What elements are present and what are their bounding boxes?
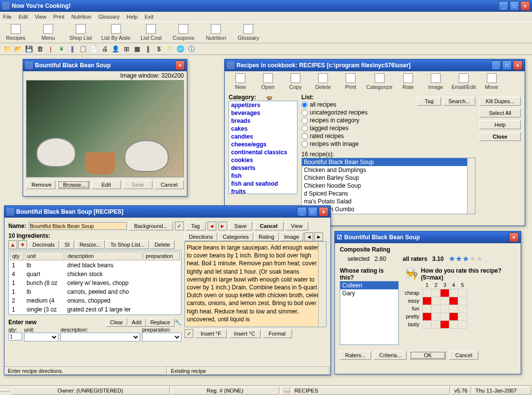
add-button[interactable]: Add bbox=[127, 318, 146, 327]
raters-list[interactable]: ColleenGary bbox=[340, 281, 399, 345]
clear-button[interactable]: Clear bbox=[106, 318, 127, 327]
filter-rated-recipes[interactable]: rated recipes bbox=[301, 132, 417, 140]
raters-button[interactable]: Raters... bbox=[340, 351, 371, 360]
replace-button[interactable]: Replace bbox=[146, 318, 175, 327]
toolbar-coupons[interactable]: Coupons bbox=[172, 24, 195, 41]
recipe-item[interactable]: Chicken and Dumplings bbox=[302, 166, 475, 174]
category-item[interactable]: fish bbox=[229, 172, 297, 180]
tab-next-icon[interactable]: ► bbox=[314, 232, 323, 241]
tb-person-icon[interactable]: 👤 bbox=[111, 45, 120, 54]
category-item[interactable]: cakes bbox=[229, 125, 297, 133]
tag-button[interactable]: Tag bbox=[417, 97, 441, 106]
rating-cell[interactable] bbox=[422, 305, 431, 312]
ingredient-row[interactable]: 1lbcarrots, peeled and cho bbox=[10, 288, 180, 296]
menu-print[interactable]: Print bbox=[53, 14, 64, 20]
cb-toolbar-categorize[interactable]: Categorize bbox=[366, 73, 392, 90]
directions-text[interactable]: Place beans in large saucepan. Add enoug… bbox=[184, 241, 326, 327]
tab-image[interactable]: Image bbox=[280, 232, 304, 241]
rating-cell[interactable] bbox=[458, 320, 467, 328]
rating-cell[interactable] bbox=[458, 312, 467, 320]
tb-dollar-icon[interactable]: $ bbox=[154, 45, 163, 54]
directions-scrollbar[interactable] bbox=[318, 242, 326, 327]
killdupes-button[interactable]: Kill Dupes... bbox=[479, 97, 521, 106]
imgwin-close[interactable]: × bbox=[175, 60, 185, 70]
cookbook-close[interactable]: × bbox=[513, 60, 523, 70]
background-button[interactable]: Background... bbox=[129, 222, 173, 230]
category-item[interactable]: continental classics bbox=[229, 148, 297, 156]
tb-globe-icon[interactable]: 🌐 bbox=[176, 45, 185, 54]
tb-print-icon[interactable]: 🖨 bbox=[100, 45, 109, 54]
category-item[interactable]: beverages bbox=[229, 109, 297, 117]
app-minimize[interactable]: _ bbox=[499, 1, 508, 11]
down-icon[interactable]: ▼ bbox=[18, 240, 27, 249]
rating-cell[interactable] bbox=[440, 305, 449, 312]
menu-nutrition[interactable]: Nutrition bbox=[71, 14, 91, 20]
menu-glossary[interactable]: Glossary bbox=[98, 14, 119, 20]
qty-input[interactable] bbox=[8, 333, 22, 340]
rating-cell[interactable] bbox=[449, 297, 458, 305]
tb-bar1-icon[interactable]: | bbox=[46, 45, 55, 54]
category-item[interactable]: fish and seafood bbox=[229, 180, 297, 188]
rating-cell[interactable] bbox=[431, 297, 440, 305]
cb-toolbar-open[interactable]: Open bbox=[256, 73, 280, 90]
app-close[interactable]: × bbox=[520, 1, 530, 11]
rating-cell[interactable] bbox=[449, 312, 458, 320]
toolbar-list-by-aisle[interactable]: List By Aisle bbox=[101, 24, 130, 41]
rating-cell[interactable] bbox=[449, 305, 458, 312]
tb-copy-icon[interactable]: 📋 bbox=[79, 45, 88, 54]
cb-toolbar-move[interactable]: Move bbox=[480, 73, 503, 90]
desc-select[interactable] bbox=[60, 333, 140, 341]
ingredient-row[interactable]: 1single (3 ozgrated zest of 1 large ler bbox=[10, 306, 180, 313]
toolbar-list-cost[interactable]: List Cost bbox=[139, 24, 163, 41]
tab-categories[interactable]: Categories bbox=[218, 232, 253, 241]
tab-prev-icon[interactable]: ◄ bbox=[304, 232, 313, 241]
toolbar-menu[interactable]: Menu bbox=[36, 24, 60, 41]
rating-cell[interactable] bbox=[431, 320, 440, 328]
rating-cell[interactable] bbox=[458, 289, 467, 297]
recipe-item[interactable]: ma's Potato Salad bbox=[302, 198, 475, 205]
ingredient-row[interactable]: 2medium (4onions, chopped bbox=[10, 297, 180, 305]
cb-toolbar-copy[interactable]: Copy bbox=[284, 73, 307, 90]
filter-recipes-in-category[interactable]: recipes in category bbox=[301, 116, 417, 124]
criteria-button[interactable]: Criteria... bbox=[374, 351, 407, 360]
ok-button[interactable]: OK bbox=[410, 351, 446, 360]
rating-cell[interactable] bbox=[431, 305, 440, 312]
editor-maximize[interactable]: □ bbox=[308, 207, 318, 217]
filter-all-recipes[interactable]: all recipes bbox=[301, 101, 417, 109]
up-icon[interactable]: ▲ bbox=[8, 240, 17, 249]
menu-view[interactable]: View bbox=[35, 14, 47, 20]
toolbar-nutrition[interactable]: Nutrition bbox=[204, 24, 228, 41]
spellcheck-icon[interactable]: ✓ bbox=[175, 222, 184, 230]
cancel-button[interactable]: Cancel bbox=[154, 180, 184, 189]
edit-button[interactable]: Edit bbox=[91, 180, 121, 189]
menu-help[interactable]: Help bbox=[126, 14, 138, 20]
filter-uncategorized-recipes[interactable]: uncategorized recipes bbox=[301, 109, 417, 116]
category-item[interactable]: breads bbox=[229, 117, 297, 125]
tb-paste-icon[interactable]: 📄 bbox=[89, 45, 98, 54]
toolbar-glossary[interactable]: Glossary bbox=[236, 24, 260, 41]
rating-cell[interactable] bbox=[440, 289, 449, 297]
tb-bar2-icon[interactable]: ¥ bbox=[57, 45, 66, 54]
cb-toolbar-print[interactable]: Print bbox=[339, 73, 362, 90]
insertf-button[interactable]: Insert °F bbox=[195, 329, 227, 338]
category-list[interactable]: appetizersbeveragesbreadscakescandiesche… bbox=[229, 101, 297, 194]
browse-button[interactable]: Browse... bbox=[58, 180, 89, 189]
rating-cell[interactable] bbox=[422, 297, 431, 305]
tools-icon[interactable]: 🔧 bbox=[175, 319, 181, 326]
save-button[interactable]: Save bbox=[229, 222, 252, 230]
editor-close[interactable]: × bbox=[319, 207, 328, 217]
close-button[interactable]: Close bbox=[479, 132, 521, 141]
rater-item[interactable]: Colleen bbox=[340, 282, 398, 289]
menu-exit[interactable]: Exit bbox=[145, 14, 153, 20]
rating-cell[interactable] bbox=[458, 297, 467, 305]
category-item[interactable]: cheese/eggs bbox=[229, 141, 297, 148]
app-maximize[interactable]: □ bbox=[509, 1, 519, 11]
rating-cell[interactable] bbox=[458, 305, 467, 312]
decimals-button[interactable]: Decimals bbox=[28, 240, 59, 249]
menu-edit[interactable]: Edit bbox=[19, 14, 28, 20]
cb-toolbar-rate[interactable]: Rate bbox=[396, 73, 420, 90]
category-item[interactable]: candies bbox=[229, 133, 297, 141]
recipe-scrollbar[interactable] bbox=[467, 158, 475, 214]
rating-cell[interactable] bbox=[422, 320, 431, 328]
category-item[interactable]: appetizers bbox=[229, 101, 297, 109]
